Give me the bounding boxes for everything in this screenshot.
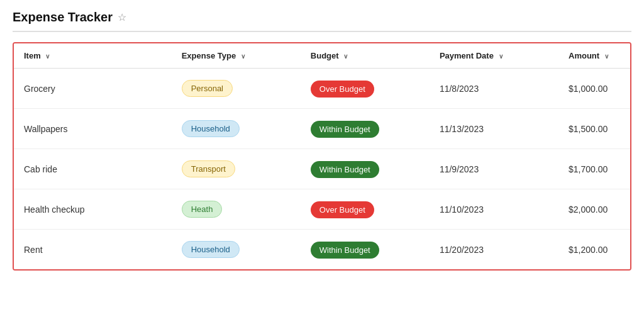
cell-expense-type: Personal xyxy=(172,69,301,109)
col-header-item[interactable]: Item ∨ xyxy=(14,43,172,69)
table-header-row: Item ∨ Expense Type ∨ Budget ∨ Payment D… xyxy=(14,43,630,69)
col-header-expense-type[interactable]: Expense Type ∨ xyxy=(172,43,301,69)
sort-icon-expense-type: ∨ xyxy=(241,53,245,60)
cell-budget: Over Budget xyxy=(301,69,430,109)
budget-badge: Within Budget xyxy=(311,242,379,259)
star-icon[interactable]: ☆ xyxy=(118,11,126,23)
table-row: Health checkupHeathOver Budget11/10/2023… xyxy=(14,189,630,230)
cell-budget: Within Budget xyxy=(301,230,430,270)
cell-amount: $1,700.00 xyxy=(558,149,630,189)
page-title: Expense Tracker xyxy=(13,10,113,25)
cell-amount: $1,200.00 xyxy=(558,230,630,270)
page-header: Expense Tracker ☆ xyxy=(13,10,631,32)
expense-type-badge: Heath xyxy=(182,201,223,218)
cell-budget: Over Budget xyxy=(301,189,430,230)
budget-badge: Within Budget xyxy=(311,121,379,138)
cell-payment-date: 11/13/2023 xyxy=(430,109,558,149)
col-header-payment-date[interactable]: Payment Date ∨ xyxy=(430,43,558,69)
cell-item: Wallpapers xyxy=(14,109,172,149)
cell-budget: Within Budget xyxy=(301,109,430,149)
table-row: WallpapersHouseholdWithin Budget11/13/20… xyxy=(14,109,630,149)
cell-item: Cab ride xyxy=(14,149,172,189)
cell-item: Health checkup xyxy=(14,189,172,230)
sort-icon-budget: ∨ xyxy=(343,53,348,60)
expense-table-wrapper: Item ∨ Expense Type ∨ Budget ∨ Payment D… xyxy=(13,42,631,271)
cell-amount: $1,500.00 xyxy=(558,109,630,149)
page-container: Expense Tracker ☆ Item ∨ Expense Type ∨ … xyxy=(0,0,644,281)
cell-payment-date: 11/20/2023 xyxy=(430,230,558,270)
sort-icon-item: ∨ xyxy=(45,53,50,60)
cell-expense-type: Household xyxy=(172,109,301,149)
cell-amount: $1,000.00 xyxy=(558,69,630,109)
cell-item: Rent xyxy=(14,230,172,270)
budget-badge: Over Budget xyxy=(311,81,374,98)
table-row: RentHouseholdWithin Budget11/20/2023$1,2… xyxy=(14,230,630,270)
cell-amount: $2,000.00 xyxy=(558,189,630,230)
col-header-amount[interactable]: Amount ∨ xyxy=(558,43,630,69)
cell-budget: Within Budget xyxy=(301,149,430,189)
cell-payment-date: 11/8/2023 xyxy=(430,69,558,109)
expense-type-badge: Personal xyxy=(182,80,233,97)
cell-payment-date: 11/9/2023 xyxy=(430,149,558,189)
sort-icon-payment-date: ∨ xyxy=(499,53,503,60)
sort-icon-amount: ∨ xyxy=(604,53,609,60)
expense-type-badge: Household xyxy=(182,120,240,137)
expense-table: Item ∨ Expense Type ∨ Budget ∨ Payment D… xyxy=(14,43,630,269)
expense-type-badge: Household xyxy=(182,241,240,258)
cell-item: Grocery xyxy=(14,69,172,109)
cell-expense-type: Heath xyxy=(172,189,301,230)
cell-payment-date: 11/10/2023 xyxy=(430,189,558,230)
table-row: GroceryPersonalOver Budget11/8/2023$1,00… xyxy=(14,69,630,109)
cell-expense-type: Household xyxy=(172,230,301,270)
cell-expense-type: Transport xyxy=(172,149,301,189)
col-header-budget[interactable]: Budget ∨ xyxy=(301,43,430,69)
expense-type-badge: Transport xyxy=(182,160,235,177)
budget-badge: Over Budget xyxy=(311,201,374,218)
budget-badge: Within Budget xyxy=(311,161,379,178)
table-row: Cab rideTransportWithin Budget11/9/2023$… xyxy=(14,149,630,189)
